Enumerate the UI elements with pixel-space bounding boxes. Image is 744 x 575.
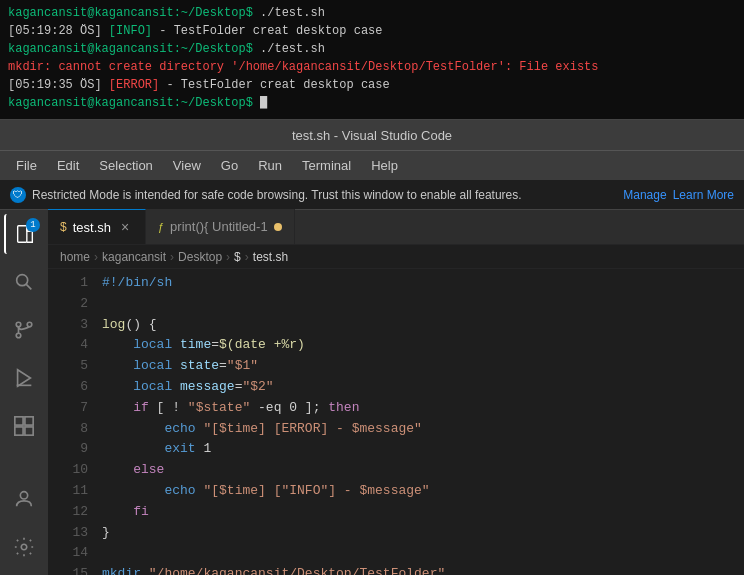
svg-rect-13 (15, 427, 23, 435)
breadcrumb-sep-2: › (170, 250, 174, 264)
term-line-5: [05:19:35 ÖS] [ERROR] - TestFolder creat… (8, 76, 736, 94)
restricted-mode-banner: 🛡 Restricted Mode is intended for safe c… (0, 180, 744, 210)
breadcrumb-sep-1: › (94, 250, 98, 264)
code-line-1: #!/bin/sh (102, 273, 744, 294)
manage-link[interactable]: Manage (623, 188, 666, 202)
code-line-9: exit 1 (102, 439, 744, 460)
breadcrumb-home[interactable]: home (60, 250, 90, 264)
breadcrumb: home › kagancansit › Desktop › $ › test.… (48, 245, 744, 269)
svg-point-7 (16, 333, 21, 338)
menu-terminal[interactable]: Terminal (294, 154, 359, 177)
menu-view[interactable]: View (165, 154, 209, 177)
tab-close-test-sh[interactable]: × (117, 219, 133, 235)
term-line-3: kagancansit@kagancansit:~/Desktop$ ./tes… (8, 40, 736, 58)
activity-bar: 1 (0, 210, 48, 575)
code-line-11: echo "[$time] ["INFO"] - $message" (102, 481, 744, 502)
tab-untitled[interactable]: ƒ print(){ Untitled-1 (146, 209, 295, 244)
svg-rect-14 (25, 427, 33, 435)
menu-selection[interactable]: Selection (91, 154, 160, 177)
code-line-15: mkdir "/home/kagancansit/Desktop/TestFol… (102, 564, 744, 575)
menu-run[interactable]: Run (250, 154, 290, 177)
code-line-10: else (102, 460, 744, 481)
settings-icon[interactable] (4, 527, 44, 567)
files-badge: 1 (26, 218, 40, 232)
files-icon[interactable]: 1 (4, 214, 44, 254)
line-numbers: 1 2 3 4 5 6 7 8 9 10 11 12 13 14 15 16 (48, 269, 98, 575)
code-line-12: fi (102, 502, 744, 523)
breadcrumb-desktop[interactable]: Desktop (178, 250, 222, 264)
code-line-5: local state="$1" (102, 356, 744, 377)
code-line-3: log() { (102, 315, 744, 336)
code-line-4: local time=$(date +%r) (102, 335, 744, 356)
title-bar: test.sh - Visual Studio Code (0, 120, 744, 150)
svg-point-3 (17, 275, 28, 286)
breadcrumb-dollar: $ (234, 250, 241, 264)
breadcrumb-kagancansit[interactable]: kagancansit (102, 250, 166, 264)
breadcrumb-sep-3: › (226, 250, 230, 264)
menu-file[interactable]: File (8, 154, 45, 177)
window-title: test.sh - Visual Studio Code (292, 128, 452, 143)
code-editor[interactable]: 1 2 3 4 5 6 7 8 9 10 11 12 13 14 15 16 #… (48, 269, 744, 575)
code-line-6: local message="$2" (102, 377, 744, 398)
source-control-icon[interactable] (4, 310, 44, 350)
menu-bar: File Edit Selection View Go Run Terminal… (0, 150, 744, 180)
svg-rect-11 (15, 417, 23, 425)
tab-bar: $ test.sh × ƒ print(){ Untitled-1 (48, 210, 744, 245)
svg-point-5 (16, 322, 21, 327)
svg-point-6 (27, 322, 32, 327)
tab-test-sh[interactable]: $ test.sh × (48, 209, 146, 244)
code-line-8: echo "[$time] [ERROR] - $message" (102, 419, 744, 440)
breadcrumb-file[interactable]: test.sh (253, 250, 288, 264)
tab-label-test-sh: test.sh (73, 220, 111, 235)
term-line-4: mkdir: cannot create directory '/home/ka… (8, 58, 736, 76)
shield-icon: 🛡 (10, 187, 26, 203)
tab-icon-js: ƒ (158, 221, 164, 233)
tab-label-untitled: print(){ Untitled-1 (170, 219, 268, 234)
term-line-6: kagancansit@kagancansit:~/Desktop$ █ (8, 94, 736, 112)
run-debug-icon[interactable] (4, 358, 44, 398)
tab-dot-untitled (274, 223, 282, 231)
search-icon[interactable] (4, 262, 44, 302)
editor-area: $ test.sh × ƒ print(){ Untitled-1 home ›… (48, 210, 744, 575)
menu-go[interactable]: Go (213, 154, 246, 177)
terminal-area: kagancansit@kagancansit:~/Desktop$ ./tes… (0, 0, 744, 120)
code-line-14 (102, 543, 744, 564)
code-line-2 (102, 294, 744, 315)
svg-rect-12 (25, 417, 33, 425)
svg-rect-0 (18, 226, 27, 243)
menu-help[interactable]: Help (363, 154, 406, 177)
svg-point-15 (20, 492, 27, 499)
code-line-7: if [ ! "$state" -eq 0 ]; then (102, 398, 744, 419)
code-content[interactable]: #!/bin/sh log() { local time=$(date +%r)… (98, 269, 744, 575)
term-line-2: [05:19:28 ÖS] [INFO] - TestFolder creat … (8, 22, 736, 40)
learn-more-link[interactable]: Learn More (673, 188, 734, 202)
svg-point-16 (21, 544, 27, 550)
svg-line-4 (26, 284, 31, 289)
accounts-icon[interactable] (4, 479, 44, 519)
term-line-1: kagancansit@kagancansit:~/Desktop$ ./tes… (8, 4, 736, 22)
banner-text: Restricted Mode is intended for safe cod… (32, 188, 617, 202)
svg-marker-9 (18, 370, 31, 387)
menu-edit[interactable]: Edit (49, 154, 87, 177)
tab-icon-sh: $ (60, 220, 67, 234)
extensions-icon[interactable] (4, 406, 44, 446)
breadcrumb-sep-4: › (245, 250, 249, 264)
code-line-13: } (102, 523, 744, 544)
